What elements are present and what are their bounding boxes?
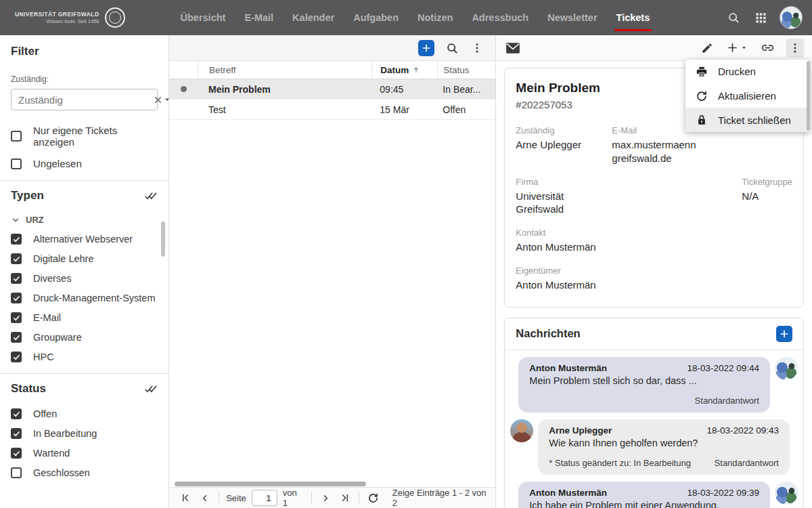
type-item[interactable]: HPC [11, 352, 158, 362]
message-tag: Standardantwort [715, 458, 779, 468]
message-bubble: Arne Uplegger 18-03-2022 09:43 Wie kann … [538, 419, 790, 475]
assignee-combobox[interactable] [11, 89, 158, 110]
nav-newsletter[interactable]: Newsletter [547, 0, 597, 35]
add-message-button[interactable] [776, 326, 792, 342]
filter-own-tickets[interactable]: Nur eigene Tickets anzeigen [11, 125, 158, 148]
status-item[interactable]: Offen [11, 408, 158, 419]
refresh-list-button[interactable] [363, 488, 383, 508]
copy-link-button[interactable] [759, 39, 776, 58]
column-unread[interactable] [169, 61, 198, 79]
kebab-menu-icon [471, 42, 483, 54]
type-item[interactable]: Alternativer Webserver [11, 234, 158, 245]
envelope-icon [505, 42, 520, 54]
avatar [775, 482, 798, 505]
checkbox[interactable] [11, 332, 22, 343]
prev-page-button[interactable] [196, 488, 215, 508]
checkbox[interactable] [11, 253, 22, 264]
type-item[interactable]: Groupware [11, 332, 158, 343]
checkbox-label: Nur eigene Tickets anzeigen [33, 125, 158, 148]
checkbox[interactable] [11, 158, 22, 169]
status-section-header: Status [11, 374, 158, 400]
list-search-button[interactable] [444, 39, 460, 58]
plus-icon [421, 43, 432, 54]
menu-item-drucken[interactable]: Drucken [685, 60, 810, 84]
checkbox[interactable] [11, 234, 22, 245]
message-list: Anton Mustermän 18-03-2022 09:44 Mein Pr… [505, 350, 803, 508]
plus-icon [779, 329, 790, 339]
caret-down-icon [740, 44, 748, 51]
filter-unread[interactable]: Ungelesen [11, 158, 158, 169]
sidebar-scrollbar-thumb[interactable] [161, 221, 165, 257]
new-ticket-button[interactable] [418, 40, 434, 56]
message-item[interactable]: Anton Mustermän 18-03-2022 09:39 Ich hab… [510, 482, 798, 508]
checkbox-label: Druck-Management-System [33, 293, 156, 303]
assignee-dropdown-button[interactable] [163, 89, 171, 110]
assignee-clear-button[interactable] [153, 89, 163, 110]
next-page-button[interactable] [316, 488, 336, 508]
user-avatar[interactable] [780, 7, 802, 28]
double-check-icon [144, 382, 158, 396]
checkbox[interactable] [11, 131, 22, 142]
apps-grid-button[interactable] [753, 8, 769, 27]
checkbox-label: Groupware [33, 332, 82, 343]
select-all-status-button[interactable] [144, 382, 158, 396]
checkbox[interactable] [11, 467, 22, 478]
nav-aufgaben[interactable]: Aufgaben [353, 0, 399, 35]
checkbox[interactable] [11, 352, 22, 362]
nav-uebersicht[interactable]: Übersicht [181, 0, 226, 35]
checkbox[interactable] [11, 312, 22, 323]
horizontal-scrollbar[interactable] [169, 481, 495, 487]
type-item[interactable]: Druck-Management-System [11, 293, 158, 303]
page-number-input[interactable] [252, 490, 277, 506]
checkbox[interactable] [11, 408, 22, 419]
column-subject[interactable]: Betreff [198, 61, 371, 79]
message-item[interactable]: Anton Mustermän 18-03-2022 09:44 Mein Pr… [510, 357, 798, 412]
row-date: 15 Mär [371, 100, 437, 119]
search-icon [727, 11, 740, 24]
status-item[interactable]: Wartend [11, 448, 158, 459]
global-search-button[interactable] [725, 8, 742, 27]
column-date[interactable]: Datum [371, 61, 437, 79]
last-page-button[interactable] [336, 488, 355, 508]
message-item[interactable]: Arne Uplegger 18-03-2022 09:43 Wie kann … [510, 419, 798, 475]
nav-notizen[interactable]: Notizen [418, 0, 453, 35]
printer-icon [696, 66, 708, 78]
type-item[interactable]: Digitale Lehre [11, 253, 158, 264]
status-item[interactable]: Geschlossen [11, 467, 158, 478]
first-page-button[interactable] [176, 488, 196, 508]
select-all-types-button[interactable] [144, 189, 158, 203]
nav-tickets[interactable]: Tickets [616, 0, 650, 35]
last-page-icon [340, 492, 351, 503]
checkbox[interactable] [11, 448, 22, 459]
message-envelope-button[interactable] [504, 39, 522, 58]
message-status-note: * Status geändert zu: In Bearbeitung [549, 458, 691, 468]
table-row[interactable]: Test 15 Mär Offen [169, 100, 495, 120]
type-group-urz[interactable]: URZ [11, 215, 158, 225]
list-more-button[interactable] [470, 39, 484, 58]
column-status[interactable]: Status [437, 61, 495, 79]
nav-email[interactable]: E-Mail [244, 0, 273, 35]
nav-kalender[interactable]: Kalender [292, 0, 334, 35]
checkbox[interactable] [11, 273, 22, 284]
menu-scrollbar-thumb[interactable] [807, 61, 810, 131]
menu-item-aktualisieren[interactable]: Aktualisieren [685, 84, 810, 108]
checkbox[interactable] [11, 293, 22, 303]
detail-more-button[interactable] [786, 39, 804, 58]
menu-item-label: Aktualisieren [718, 90, 776, 102]
nav-adressbuch[interactable]: Adressbuch [472, 0, 528, 35]
type-item[interactable]: Diverses [11, 273, 158, 284]
checkbox[interactable] [11, 428, 22, 439]
menu-item-ticket-schliessen[interactable]: Ticket schließen [685, 108, 810, 132]
assignee-input[interactable] [12, 94, 153, 106]
avatar [775, 357, 798, 380]
type-item[interactable]: E-Mail [11, 312, 158, 323]
horizontal-scrollbar-thumb[interactable] [175, 482, 366, 486]
lock-icon [696, 114, 708, 126]
message-time: 18-03-2022 09:44 [687, 363, 759, 373]
table-row[interactable]: Mein Problem 09:45 In Bear... [169, 79, 495, 100]
types-title: Typen [11, 189, 44, 203]
edit-ticket-button[interactable] [700, 39, 715, 58]
message-author: Anton Mustermän [529, 363, 607, 373]
status-item[interactable]: In Bearbeitung [11, 428, 158, 439]
add-dropdown-button[interactable] [725, 39, 749, 58]
